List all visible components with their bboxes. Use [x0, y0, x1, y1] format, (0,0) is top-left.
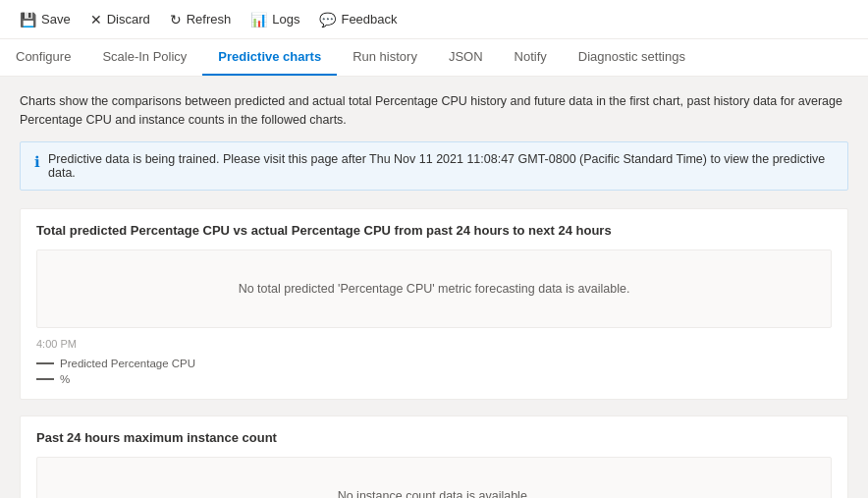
legend-line-percent: [36, 378, 54, 380]
chart1-title: Total predicted Percentage CPU vs actual…: [36, 223, 832, 238]
info-banner-text: Predictive data is being trained. Please…: [48, 152, 834, 180]
tab-json[interactable]: JSON: [433, 39, 499, 76]
info-icon: ℹ: [34, 153, 40, 171]
info-banner: ℹ Predictive data is being trained. Plea…: [20, 141, 848, 191]
tab-diagnostic-settings[interactable]: Diagnostic settings: [563, 39, 701, 76]
chart2-title: Past 24 hours maximum instance count: [36, 430, 832, 445]
legend-label-predicted: Predicted Percentage CPU: [60, 358, 195, 369]
tab-bar: Configure Scale-In Policy Predictive cha…: [0, 39, 868, 77]
refresh-icon: ↻: [170, 12, 182, 28]
main-content: Charts show the comparisons between pred…: [0, 77, 868, 498]
discard-icon: ✕: [90, 12, 102, 28]
legend-row-predicted: Predicted Percentage CPU: [36, 358, 832, 369]
save-icon: 💾: [20, 12, 36, 28]
tab-configure[interactable]: Configure: [0, 39, 86, 76]
description-text: Charts show the comparisons between pred…: [20, 92, 848, 130]
chart1-time-label: 4:00 PM: [36, 338, 832, 350]
legend-line-predicted: [36, 362, 54, 364]
tab-predictive-charts[interactable]: Predictive charts: [202, 39, 337, 76]
chart1-no-data: No total predicted 'Percentage CPU' metr…: [36, 249, 832, 328]
feedback-button[interactable]: 💬 Feedback: [311, 8, 405, 31]
logs-icon: 📊: [250, 12, 267, 28]
legend-row-percent: %: [36, 373, 832, 385]
logs-button[interactable]: 📊 Logs: [243, 8, 307, 31]
chart1-legend: 4:00 PM Predicted Percentage CPU %: [36, 338, 832, 385]
tab-notify[interactable]: Notify: [499, 39, 563, 76]
refresh-button[interactable]: ↻ Refresh: [162, 8, 240, 31]
discard-button[interactable]: ✕ Discard: [82, 8, 158, 31]
toolbar: 💾 Save ✕ Discard ↻ Refresh 📊 Logs 💬 Feed…: [0, 0, 868, 39]
tab-run-history[interactable]: Run history: [337, 39, 433, 76]
legend-label-percent: %: [60, 373, 70, 385]
chart2-no-data: No instance count data is available.: [36, 457, 832, 499]
chart-section-2: Past 24 hours maximum instance count No …: [20, 415, 848, 499]
chart-section-1: Total predicted Percentage CPU vs actual…: [20, 208, 848, 400]
tab-scale-in-policy[interactable]: Scale-In Policy: [86, 39, 202, 76]
feedback-icon: 💬: [319, 12, 336, 28]
save-button[interactable]: 💾 Save: [12, 8, 79, 31]
